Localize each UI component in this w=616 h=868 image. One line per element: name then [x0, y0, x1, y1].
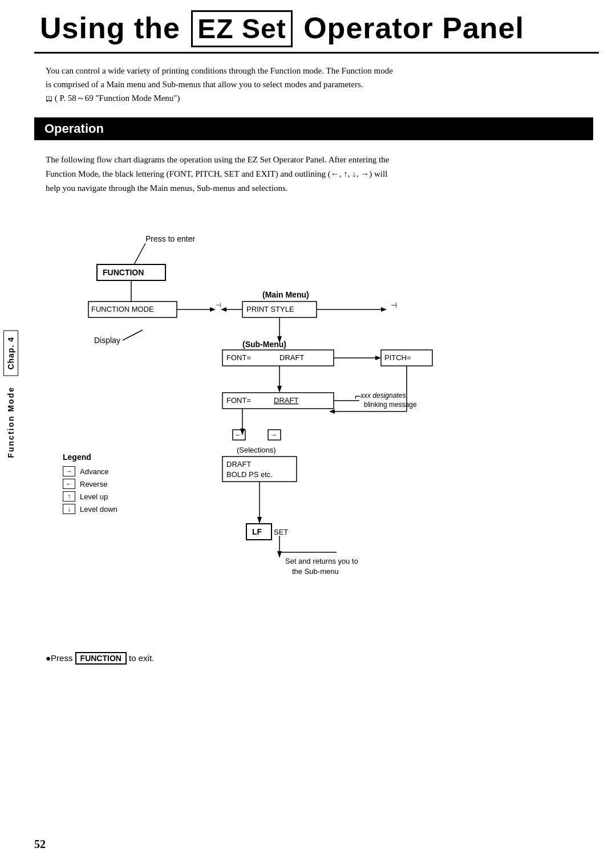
set-returns-label: Set and returns you to: [285, 557, 358, 565]
svg-marker-22: [277, 386, 282, 393]
function-mode-label: Function Mode: [6, 386, 15, 458]
set-label: SET: [274, 528, 288, 536]
press-instruction: ●Press FUNCTION to exit.: [29, 652, 599, 665]
svg-marker-5: [210, 307, 216, 312]
page-title-area: Using the EZ Set Operator Panel: [34, 0, 599, 54]
flowchart-container: Press to enter FUNCTION (Main Menu) FUNC…: [29, 207, 599, 641]
legend-item-level-up: ↑ Level up: [63, 491, 117, 502]
svg-line-15: [123, 330, 143, 340]
svg-marker-19: [375, 356, 381, 360]
display-label: Display: [94, 336, 120, 345]
page-number: 52: [34, 838, 46, 851]
font-draft-box2-draft: DRAFT: [274, 396, 298, 405]
function-mode-box: FUNCTION MODE: [91, 305, 154, 313]
svg-marker-11: [381, 307, 387, 312]
svg-text:⊣: ⊣: [216, 301, 221, 308]
selections-label: (Selections): [237, 446, 276, 454]
svg-text:⌐: ⌐: [355, 390, 361, 402]
svg-marker-37: [257, 517, 262, 524]
svg-marker-8: [221, 307, 226, 312]
svg-marker-35: [329, 409, 335, 414]
ez-set-box: EZ Set: [191, 10, 292, 47]
legend-item-advance: → Advance: [63, 466, 117, 476]
operation-text: The following flow chart diagrams the op…: [29, 153, 599, 195]
book-ref: 🕮 ( P. 58～69 "Function Mode Menu"): [46, 93, 180, 103]
bold-ps-label: BOLD PS etc.: [226, 470, 273, 479]
svg-text:→: →: [270, 431, 277, 439]
legend-area: Legend → Advance ← Reverse ↑ Level up ↓ …: [63, 453, 117, 516]
legend-item-reverse: ← Reverse: [63, 479, 117, 489]
font-draft-box2-font: FONT=: [226, 396, 251, 405]
page-title: Using the EZ Set Operator Panel: [40, 11, 524, 44]
svg-text:⊣: ⊣: [391, 301, 397, 309]
sub-menu-label: (Sub-Menu): [242, 340, 286, 349]
svg-text:←: ←: [235, 431, 242, 439]
legend-title: Legend: [63, 453, 117, 462]
font-draft-box1: FONT=: [226, 353, 251, 362]
print-style-box: PRINT STYLE: [246, 305, 294, 313]
svg-line-0: [134, 243, 145, 264]
press-to-enter-label: Press to enter: [145, 234, 195, 243]
main-menu-label: (Main Menu): [262, 290, 309, 299]
pitch-box: PITCH=: [384, 353, 411, 362]
svg-text:DRAFT: DRAFT: [279, 353, 304, 362]
chap-label: Chap. 4: [3, 331, 18, 376]
section-header: Operation: [34, 117, 593, 140]
lf-box: LF: [252, 527, 262, 536]
xxx-label: xxx designates: [360, 392, 406, 400]
legend-item-level-down: ↓ Level down: [63, 504, 117, 514]
blinking-label: blinking message: [364, 401, 417, 409]
draft-label: DRAFT: [226, 460, 251, 468]
flowchart-svg: Press to enter FUNCTION (Main Menu) FUNC…: [34, 207, 582, 641]
sub-menu-return-label: the Sub-menu: [292, 567, 339, 576]
function-btn-press: FUNCTION: [75, 652, 127, 665]
function-btn-label: FUNCTION: [103, 268, 144, 277]
intro-text: You can control a wide variety of printi…: [29, 64, 599, 105]
